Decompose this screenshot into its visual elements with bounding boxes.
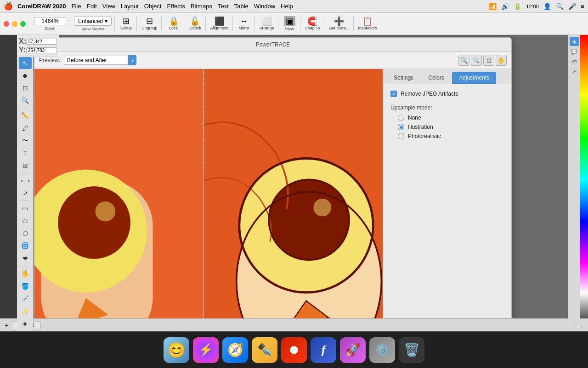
y-coordinate: Y: 254,783	[19, 46, 57, 54]
wifi-icon: 📶	[489, 3, 497, 10]
spiral-tool[interactable]: 🌀	[19, 240, 32, 252]
dock-pencil[interactable]: ✒️	[252, 337, 277, 363]
close-button[interactable]	[4, 21, 9, 27]
maximize-button[interactable]	[20, 21, 26, 27]
user-icon: 👤	[543, 3, 551, 10]
node-tool[interactable]: ◆	[19, 69, 32, 81]
apple-menu[interactable]: 🍎	[4, 2, 13, 11]
zoom-in-button[interactable]: 🔍	[458, 55, 469, 66]
zoom-out-button[interactable]: 🔍	[471, 55, 482, 66]
menu-table[interactable]: Table	[234, 3, 249, 10]
pan-button[interactable]: ✋	[496, 55, 507, 66]
eyedropper-tool[interactable]: 💉	[19, 293, 32, 305]
remove-jpeg-checkbox[interactable]	[390, 91, 397, 97]
ellipse-tool[interactable]: ⬭	[19, 215, 32, 227]
calligraphy-tool[interactable]: 〜	[19, 135, 32, 147]
menu-text[interactable]: Text	[218, 3, 229, 10]
lock-button[interactable]: 🔒 Lock	[164, 16, 184, 31]
preview-mode-select[interactable]: Before and After	[64, 56, 128, 65]
connector-tool[interactable]: ↗	[19, 187, 32, 199]
group-button[interactable]: ⊞ Group	[117, 16, 137, 31]
pen-tool[interactable]: 🖊	[19, 122, 32, 134]
dock-preferences[interactable]: ⚙️	[369, 337, 395, 363]
select-dropdown-arrow[interactable]: ▾	[128, 55, 136, 65]
alignment-button[interactable]: ⬛ Alignment	[208, 16, 233, 31]
radio-illustration-button[interactable]	[398, 124, 404, 130]
search-icon[interactable]: 🔍	[556, 3, 564, 10]
menu-edit[interactable]: Edit	[86, 3, 96, 10]
radio-photorealistic[interactable]: Photorealistic	[398, 133, 504, 139]
arrange-button[interactable]: ⬜ Arrange	[257, 16, 278, 31]
basic-shapes-tool[interactable]: ❤	[19, 252, 32, 264]
menu-help[interactable]: Help	[281, 3, 293, 10]
zoom-fit-button[interactable]: ⊡	[483, 55, 494, 66]
preview-toolbar: Preview: Before and After ▾ 🔍 🔍 ⊡ ✋	[34, 52, 511, 69]
menu-bitmaps[interactable]: Bitmaps	[191, 3, 212, 10]
menu-view[interactable]: View	[102, 3, 115, 10]
canvas-area[interactable]: X: 37,342 Y: 254,783 ↖ ◆ ⊡ 🔍 ✏️ 🖊 〜 T ⊞ …	[17, 35, 580, 331]
clock-icon: 12:00	[526, 4, 539, 9]
zoom-display[interactable]: 1464%	[34, 17, 66, 25]
dock-siri[interactable]: ⚡	[193, 337, 219, 363]
dropdown-arrow-icon: ▾	[105, 18, 107, 24]
freehand-tool[interactable]: ✏️	[19, 109, 32, 121]
svg-point-9	[58, 186, 130, 259]
menu-window[interactable]: Window	[254, 3, 275, 10]
text-tool[interactable]: T	[19, 147, 32, 159]
mirror-button[interactable]: ↔ Mirror	[235, 16, 255, 31]
fontlab-dock-icon: f	[322, 343, 326, 357]
radio-none-button[interactable]	[398, 115, 404, 121]
inspector-transform[interactable]: ◈	[570, 37, 579, 46]
enhanced-dropdown[interactable]: Enhanced ▾	[74, 17, 112, 26]
table-tool[interactable]: ⊞	[19, 160, 32, 172]
dock-rocket[interactable]: 🚀	[340, 337, 366, 363]
alignment-icon: ⬛	[215, 17, 225, 25]
polygon-tool[interactable]: ⬡	[19, 227, 32, 239]
fill-tool[interactable]: 🪣	[19, 280, 32, 292]
dock-record[interactable]: ⏺	[281, 337, 307, 363]
ungroup-button[interactable]: ⊟ Ungroup	[139, 16, 162, 31]
radio-illustration[interactable]: Illustration	[398, 124, 504, 130]
interactive-tool[interactable]: ✨	[19, 305, 32, 317]
unlock-icon: 🔓	[190, 17, 200, 25]
siri-icon[interactable]: 🎤	[568, 3, 576, 10]
snap-to-button[interactable]: 🧲 Snap To	[302, 16, 324, 31]
inspector-connector[interactable]: ↗	[570, 67, 579, 76]
tab-adjustments[interactable]: Adjustments	[452, 72, 496, 84]
dock-safari[interactable]: 🧭	[222, 337, 248, 363]
rect-tool[interactable]: ▭	[19, 202, 32, 214]
menu-file[interactable]: File	[71, 3, 81, 10]
zoom-tool[interactable]: 🔍	[19, 94, 32, 106]
radio-none[interactable]: None	[398, 115, 504, 121]
inspector-tag[interactable]: 🏷	[570, 57, 579, 66]
add-page-button[interactable]: +	[5, 322, 8, 329]
tab-settings[interactable]: Settings	[387, 72, 420, 84]
more-pages-button[interactable]: ...	[579, 322, 583, 328]
dock-finder[interactable]: 😊	[164, 337, 189, 363]
select-tool[interactable]: ↖	[19, 57, 32, 69]
tab-colors[interactable]: Colors	[421, 72, 451, 84]
color-palette-bar[interactable]	[580, 35, 588, 331]
unlock-button[interactable]: 🔓 Unlock	[186, 16, 206, 31]
radio-photorealistic-button[interactable]	[398, 133, 404, 139]
transparency-tool[interactable]: ◈	[19, 317, 32, 329]
crop-tool[interactable]: ⊡	[19, 82, 32, 94]
menu-layout[interactable]: Layout	[121, 3, 139, 10]
svg-rect-15	[34, 80, 36, 91]
minimize-button[interactable]	[12, 21, 17, 27]
get-more-button[interactable]: ➕ Get More...	[326, 16, 354, 31]
app-name[interactable]: CorelDRAW 2020	[17, 3, 66, 10]
inspector-comment[interactable]: 💬	[570, 47, 579, 56]
trash-dock-icon: 🗑️	[404, 342, 420, 357]
menu-effects[interactable]: Effects	[167, 3, 185, 10]
dock-fontlab[interactable]: f	[311, 337, 336, 363]
dock-trash[interactable]: 🗑️	[399, 337, 424, 363]
inspectors-button[interactable]: 📋 Inspectors	[356, 16, 380, 31]
svg-point-22	[313, 199, 331, 217]
dimension-tool[interactable]: ⟷	[19, 175, 32, 187]
smear-tool[interactable]: 🖐	[19, 268, 32, 280]
menu-icon[interactable]: ≡	[581, 3, 584, 10]
view-button[interactable]: ▣ View	[280, 15, 300, 32]
preview-svg	[34, 69, 383, 331]
menu-object[interactable]: Object	[144, 3, 162, 10]
